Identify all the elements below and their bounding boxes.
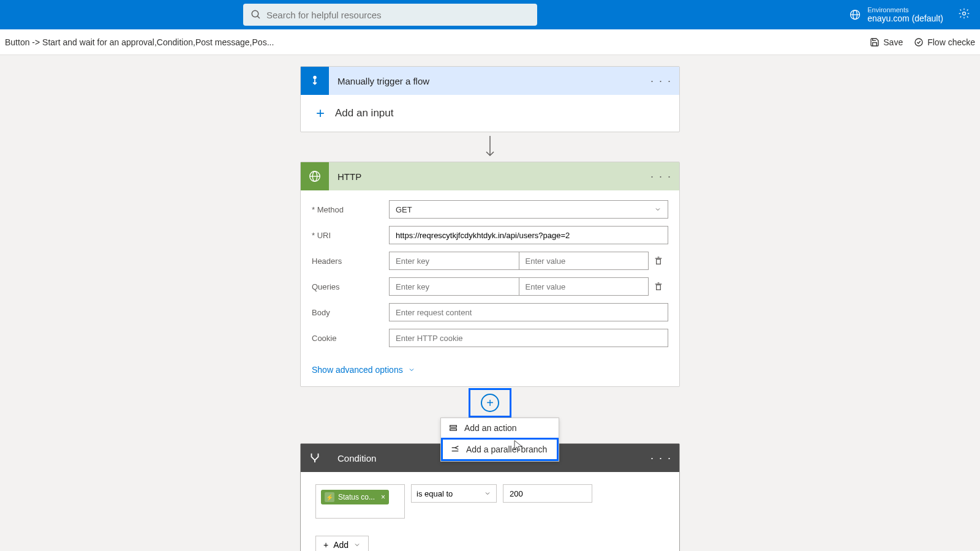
add-input-button[interactable]: + Add an input bbox=[314, 105, 666, 122]
action-bar: Button -> Start and wait for an approval… bbox=[0, 29, 980, 55]
settings-icon[interactable] bbox=[958, 7, 970, 22]
insert-popup: Add an action Add a parallel branch bbox=[440, 418, 559, 462]
svg-rect-18 bbox=[450, 425, 457, 427]
chevron-down-icon bbox=[654, 206, 662, 213]
globe-icon bbox=[849, 9, 861, 21]
plus-icon: + bbox=[314, 105, 326, 122]
query-key-input[interactable] bbox=[389, 277, 519, 296]
body-input[interactable] bbox=[389, 303, 668, 321]
cookie-input[interactable] bbox=[389, 329, 668, 347]
svg-point-5 bbox=[963, 12, 966, 15]
http-title: HTTP bbox=[337, 171, 650, 182]
chevron-down-icon bbox=[408, 366, 415, 373]
breadcrumb: Button -> Start and wait for an approval… bbox=[5, 37, 274, 47]
svg-line-1 bbox=[257, 16, 260, 18]
connector-arrow-icon bbox=[483, 135, 497, 159]
query-value-input[interactable] bbox=[519, 277, 649, 296]
flow-canvas: Manually trigger a flow · · · + Add an i… bbox=[0, 55, 980, 551]
save-icon bbox=[870, 37, 880, 47]
http-menu[interactable]: · · · bbox=[650, 170, 672, 183]
headers-label: Headers bbox=[312, 257, 389, 266]
queries-label: Queries bbox=[312, 282, 389, 291]
env-value: enayu.com (default) bbox=[867, 13, 943, 23]
trigger-icon bbox=[301, 67, 329, 95]
condition-operand[interactable]: ⚡ Status co... × bbox=[315, 484, 405, 519]
search-icon bbox=[251, 9, 262, 20]
add-parallel-branch-item[interactable]: Add a parallel branch bbox=[441, 438, 559, 461]
env-label: Environments bbox=[867, 6, 943, 13]
plus-icon: + bbox=[323, 540, 328, 550]
condition-operator-select[interactable]: is equal to bbox=[411, 484, 497, 503]
svg-line-22 bbox=[455, 448, 458, 449]
header-value-input[interactable] bbox=[519, 252, 649, 270]
condition-value-input[interactable]: 200 bbox=[503, 484, 592, 503]
chevron-down-icon bbox=[484, 490, 491, 497]
svg-point-6 bbox=[915, 39, 922, 46]
trigger-header[interactable]: Manually trigger a flow · · · bbox=[301, 67, 679, 95]
top-bar: Environments enayu.com (default) bbox=[0, 0, 980, 29]
trigger-card[interactable]: Manually trigger a flow · · · + Add an i… bbox=[300, 66, 680, 132]
search-input[interactable] bbox=[266, 10, 530, 20]
environment-picker[interactable]: Environments enayu.com (default) bbox=[849, 6, 943, 23]
flow-checker-button[interactable]: Flow checke bbox=[914, 37, 975, 47]
query-delete-icon[interactable] bbox=[649, 277, 668, 296]
method-label: Method bbox=[312, 205, 389, 214]
uri-input[interactable] bbox=[389, 226, 668, 244]
body-label: Body bbox=[312, 308, 389, 317]
http-icon bbox=[301, 162, 329, 190]
plus-circle-icon: + bbox=[481, 394, 499, 412]
status-code-token[interactable]: ⚡ Status co... × bbox=[321, 490, 389, 504]
svg-rect-19 bbox=[450, 429, 457, 430]
http-card[interactable]: HTTP · · · Method GET URI Headers bbox=[300, 162, 680, 387]
header-key-input[interactable] bbox=[389, 252, 519, 270]
insert-step-button[interactable]: + bbox=[469, 388, 511, 418]
parallel-icon bbox=[450, 444, 460, 454]
header-delete-icon[interactable] bbox=[649, 252, 668, 270]
svg-rect-15 bbox=[657, 285, 661, 290]
svg-line-21 bbox=[455, 446, 458, 448]
condition-add-button[interactable]: + Add bbox=[315, 536, 369, 551]
trigger-title: Manually trigger a flow bbox=[337, 76, 650, 86]
uri-label: URI bbox=[312, 231, 389, 240]
insert-step-area: + Add an action Add a parallel branch bbox=[469, 388, 511, 418]
token-icon: ⚡ bbox=[325, 492, 334, 502]
svg-point-7 bbox=[313, 76, 317, 80]
cookie-label: Cookie bbox=[312, 334, 389, 343]
search-box[interactable] bbox=[243, 4, 537, 26]
http-header[interactable]: HTTP · · · bbox=[301, 162, 679, 190]
condition-menu[interactable]: · · · bbox=[650, 452, 672, 465]
show-advanced-link[interactable]: Show advanced options bbox=[312, 365, 415, 375]
add-action-item[interactable]: Add an action bbox=[441, 418, 559, 438]
save-button[interactable]: Save bbox=[870, 37, 903, 47]
condition-icon bbox=[301, 444, 329, 472]
svg-point-0 bbox=[252, 10, 258, 17]
token-remove-icon[interactable]: × bbox=[381, 493, 385, 501]
trigger-menu[interactable]: · · · bbox=[650, 75, 672, 88]
svg-rect-12 bbox=[657, 259, 661, 264]
chevron-down-icon bbox=[353, 541, 361, 549]
action-icon bbox=[448, 423, 458, 433]
method-select[interactable]: GET bbox=[389, 200, 668, 219]
checker-icon bbox=[914, 37, 924, 47]
